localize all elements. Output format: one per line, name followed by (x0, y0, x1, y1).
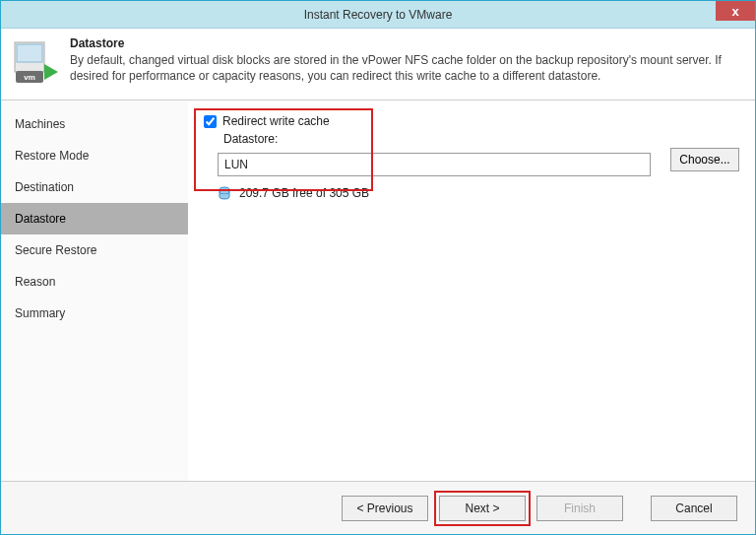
svg-marker-4 (44, 64, 58, 80)
page-description: By default, changed virtual disk blocks … (70, 52, 743, 84)
datastore-input[interactable] (218, 153, 651, 176)
wizard-sidebar: Machines Restore Mode Destination Datast… (1, 100, 188, 481)
redirect-write-cache-label: Redirect write cache (222, 114, 330, 128)
wizard-window: Instant Recovery to VMware x vm Datastor… (0, 0, 756, 535)
svg-rect-1 (17, 44, 42, 62)
sidebar-step-destination[interactable]: Destination (1, 171, 188, 203)
freespace-text: 209.7 GB free of 305 GB (239, 186, 369, 200)
sidebar-step-reason[interactable]: Reason (1, 266, 188, 298)
window-title: Instant Recovery to VMware (304, 8, 453, 22)
finish-button: Finish (536, 496, 623, 521)
datastore-label: Datastore: (223, 132, 367, 146)
sidebar-step-datastore[interactable]: Datastore (1, 203, 188, 234)
cancel-button[interactable]: Cancel (651, 496, 737, 521)
wizard-body: Machines Restore Mode Destination Datast… (1, 100, 755, 481)
datastore-icon (218, 186, 231, 200)
page-title: Datastore (70, 36, 743, 50)
svg-text:vm: vm (24, 73, 35, 82)
choose-button[interactable]: Choose... (670, 148, 739, 171)
vm-restore-icon: vm (13, 40, 58, 88)
wizard-content: Redirect write cache Datastore: Choose..… (188, 100, 755, 481)
wizard-footer: < Previous Next > Finish Cancel (1, 481, 755, 534)
previous-button[interactable]: < Previous (342, 496, 428, 521)
redirect-write-cache-checkbox[interactable] (204, 115, 217, 128)
redirect-highlight-box: Redirect write cache Datastore: (198, 110, 375, 153)
wizard-header: vm Datastore By default, changed virtual… (1, 29, 755, 100)
freespace-row: 209.7 GB free of 305 GB (218, 186, 739, 200)
close-icon: x (731, 4, 738, 19)
next-button[interactable]: Next > (439, 496, 526, 521)
titlebar: Instant Recovery to VMware x (1, 1, 755, 29)
sidebar-step-machines[interactable]: Machines (1, 108, 188, 140)
sidebar-step-restore-mode[interactable]: Restore Mode (1, 140, 188, 171)
sidebar-step-summary[interactable]: Summary (1, 298, 188, 329)
sidebar-step-secure-restore[interactable]: Secure Restore (1, 234, 188, 266)
next-highlight-box: Next > (434, 491, 531, 526)
close-button[interactable]: x (716, 1, 755, 21)
